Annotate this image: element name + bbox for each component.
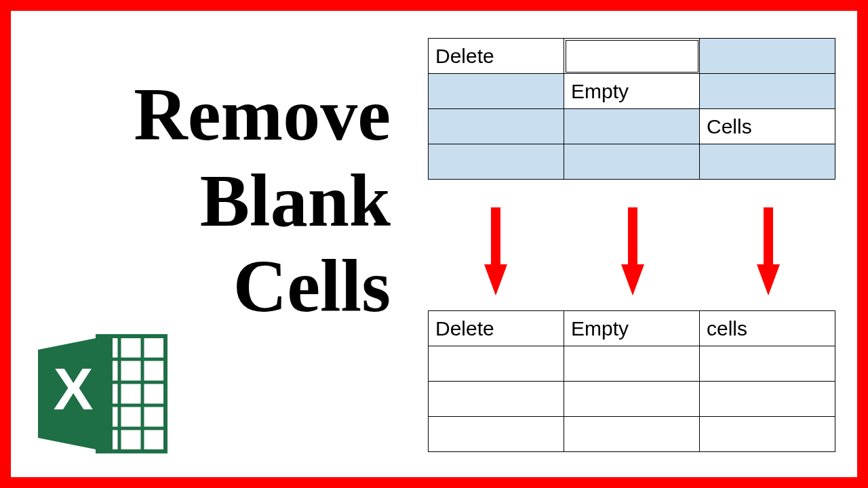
cell-selected xyxy=(700,144,835,180)
cell xyxy=(429,417,564,452)
cell-active xyxy=(564,39,700,74)
cell xyxy=(700,346,835,382)
cell: Empty xyxy=(564,311,700,346)
cell: Cells xyxy=(700,109,835,144)
headline: Remove Blank Cells xyxy=(38,72,391,329)
tutorial-thumbnail: Remove Blank Cells X Delete xyxy=(0,0,868,488)
headline-line-3: Cells xyxy=(38,243,391,329)
cell-selected xyxy=(429,109,564,144)
table-row xyxy=(429,346,835,382)
after-table: Delete Empty cells xyxy=(428,310,835,452)
svg-marker-10 xyxy=(484,264,507,296)
cell: Delete xyxy=(429,39,564,74)
svg-marker-14 xyxy=(757,264,780,296)
table-row: Delete Empty cells xyxy=(429,311,835,346)
cell-selected xyxy=(429,74,564,109)
cell xyxy=(700,417,835,452)
table-row xyxy=(429,144,835,180)
cell: cells xyxy=(700,311,835,346)
cell: Empty xyxy=(564,74,700,109)
down-arrow-icon xyxy=(484,207,507,296)
svg-rect-13 xyxy=(764,207,773,266)
excel-icon: X xyxy=(38,329,174,458)
cell-selected xyxy=(564,144,700,180)
table-row: Empty xyxy=(429,74,835,109)
headline-line-2: Blank xyxy=(38,158,391,244)
table-row: Delete xyxy=(429,39,835,74)
svg-rect-9 xyxy=(491,207,500,266)
table-row xyxy=(429,382,835,417)
svg-rect-11 xyxy=(628,207,637,266)
down-arrow-icon xyxy=(757,207,780,296)
cell: Delete xyxy=(429,311,564,346)
cell xyxy=(564,346,700,382)
down-arrow-icon xyxy=(621,207,644,296)
svg-marker-12 xyxy=(621,264,644,296)
cell-selected xyxy=(564,109,700,144)
cell-selected xyxy=(700,74,835,109)
headline-line-1: Remove xyxy=(38,72,391,158)
cell-selected xyxy=(700,39,835,74)
table-row: Cells xyxy=(429,109,835,144)
cell xyxy=(564,417,700,452)
cell-selected xyxy=(429,144,564,180)
cell xyxy=(564,382,700,417)
table-row xyxy=(429,417,835,452)
svg-text:X: X xyxy=(54,355,94,422)
before-table: Delete Empty Cells xyxy=(428,38,835,180)
cell xyxy=(700,382,835,417)
cell xyxy=(429,346,564,382)
cell xyxy=(429,382,564,417)
